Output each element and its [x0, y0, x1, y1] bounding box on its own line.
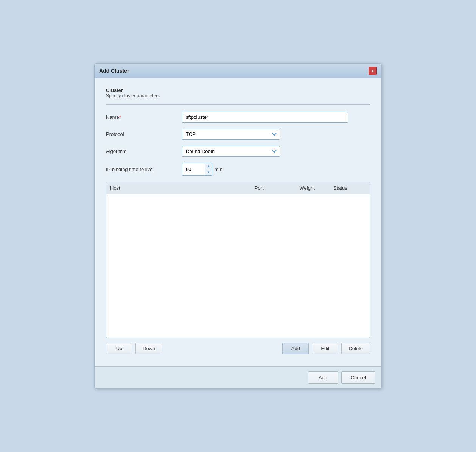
edit-button[interactable]: Edit	[312, 343, 338, 354]
section-title: Cluster	[106, 87, 370, 93]
spinner-input: ▲ ▼	[182, 163, 212, 176]
add-row-button[interactable]: Add	[282, 343, 309, 354]
spinner-buttons: ▲ ▼	[205, 163, 212, 175]
down-button[interactable]: Down	[135, 343, 162, 354]
ip-binding-spinner-container: ▲ ▼ min	[182, 163, 222, 176]
col-status: Status	[315, 185, 366, 191]
section-subtitle: Specify cluster parameters	[106, 93, 370, 98]
protocol-row: Protocol TCP UDP	[106, 129, 370, 140]
col-weight: Weight	[264, 185, 315, 191]
name-row: Name*	[106, 112, 370, 123]
ip-binding-label: IP binding time to live	[106, 167, 182, 172]
protocol-label: Protocol	[106, 131, 182, 137]
name-label: Name*	[106, 114, 182, 120]
protocol-select[interactable]: TCP UDP	[182, 129, 280, 140]
dialog-body: Cluster Specify cluster parameters Name*…	[95, 78, 381, 366]
col-host: Host	[110, 185, 212, 191]
table-body	[106, 194, 370, 293]
name-required: *	[119, 114, 121, 120]
divider	[106, 104, 370, 105]
section-header: Cluster Specify cluster parameters	[106, 87, 370, 98]
action-row: Up Down Add Edit Delete	[106, 343, 370, 354]
dialog-titlebar: Add Cluster ×	[95, 64, 381, 78]
delete-button[interactable]: Delete	[341, 343, 370, 354]
up-button[interactable]: Up	[106, 343, 132, 354]
name-input[interactable]	[182, 112, 348, 123]
add-cluster-dialog: Add Cluster × Cluster Specify cluster pa…	[94, 63, 382, 389]
close-button[interactable]: ×	[369, 67, 377, 75]
dialog-footer: Add Cancel	[95, 366, 381, 388]
algorithm-select[interactable]: Round Robin Least Connections Weighted	[182, 146, 280, 157]
algorithm-row: Algorithm Round Robin Least Connections …	[106, 146, 370, 157]
action-group-left: Up Down	[106, 343, 162, 354]
spinner-down-button[interactable]: ▼	[205, 169, 212, 175]
algorithm-label: Algorithm	[106, 148, 182, 154]
table-header: Host Port Weight Status	[106, 182, 370, 194]
ip-binding-input[interactable]	[182, 165, 205, 174]
dialog-title: Add Cluster	[99, 68, 129, 74]
col-port: Port	[212, 185, 263, 191]
action-group-right: Add Edit Delete	[282, 343, 370, 354]
footer-add-button[interactable]: Add	[308, 371, 338, 384]
ip-binding-unit: min	[215, 167, 222, 172]
ip-binding-row: IP binding time to live ▲ ▼ min	[106, 163, 370, 176]
spinner-up-button[interactable]: ▲	[205, 163, 212, 169]
footer-cancel-button[interactable]: Cancel	[341, 371, 375, 384]
hosts-table: Host Port Weight Status	[106, 182, 370, 338]
